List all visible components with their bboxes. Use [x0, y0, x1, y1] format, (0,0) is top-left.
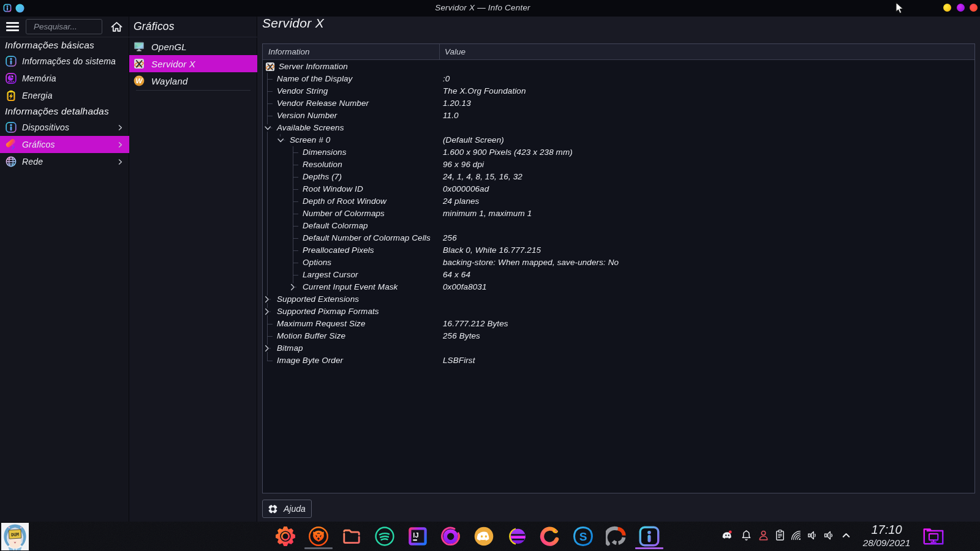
- help-button[interactable]: Ajuda: [262, 500, 312, 518]
- xorg-icon: [265, 62, 275, 72]
- taskbar-app-spotify[interactable]: [374, 526, 395, 547]
- tree-row-label: Current Input Event Mask: [303, 281, 398, 293]
- taskbar-app-ozone[interactable]: [606, 526, 627, 547]
- column-header-information[interactable]: Information: [263, 44, 440, 59]
- sidebar-item-mem-ria[interactable]: Memória: [0, 70, 129, 87]
- category-item-servidor-x[interactable]: Servidor X: [129, 55, 257, 72]
- tray-notifications[interactable]: [739, 528, 753, 545]
- sidebar-item-gr-ficos[interactable]: Gráficos: [0, 136, 129, 153]
- tray-clipboard[interactable]: [773, 528, 787, 545]
- tree-row[interactable]: Default Colormap: [263, 220, 974, 232]
- tree-row-label: Depths (7): [303, 171, 342, 183]
- taskbar-app-intellij[interactable]: IJ: [407, 526, 428, 547]
- tray-volume[interactable]: [822, 528, 836, 545]
- tree-row[interactable]: Name of the Display:0: [263, 73, 974, 85]
- tree-row[interactable]: Default Number of Colormap Cells256: [263, 232, 974, 244]
- tree-row[interactable]: Dimensions1.600 x 900 Pixels (423 x 238 …: [263, 146, 974, 159]
- tree-row[interactable]: Supported Extensions: [263, 293, 974, 305]
- tree-row-value: 24 planes: [443, 195, 479, 208]
- tree-row[interactable]: Vendor Release Number1.20.13: [263, 97, 974, 110]
- tree-row[interactable]: Bitmap: [263, 342, 974, 354]
- tree-row[interactable]: Number of Colormapsminimum 1, maximum 1: [263, 208, 974, 220]
- wifi-icon: [789, 528, 803, 542]
- tree-row-label: Root Window ID: [303, 183, 363, 195]
- chevron-collapsed-icon[interactable]: [290, 283, 299, 291]
- memory-icon: [5, 72, 17, 84]
- tree-row[interactable]: Depths (7)24, 1, 4, 8, 15, 16, 32: [263, 171, 974, 183]
- tray-discord-tray[interactable]: [720, 528, 734, 545]
- tree-guide: [267, 159, 268, 171]
- tree-row[interactable]: Current Input Event Mask0x00fa8031: [263, 281, 974, 293]
- tree-guide: [267, 244, 268, 257]
- tree-row[interactable]: Maximum Request Size16.777.212 Bytes: [263, 318, 974, 330]
- hamburger-menu-icon[interactable]: [6, 22, 19, 31]
- page-title: Servidor X: [262, 16, 324, 31]
- sidebar-section-header: Informações básicas: [0, 38, 129, 53]
- search-input[interactable]: [26, 19, 102, 34]
- sidebar-item-label: Energia: [22, 91, 53, 100]
- clock-widget[interactable]: 17:10 28/09/2021: [854, 522, 919, 549]
- sidebar-item-dispositivos[interactable]: Dispositivos: [0, 119, 129, 136]
- maximize-button[interactable]: [957, 4, 965, 12]
- sidebar-item-label: Informações do sistema: [22, 56, 116, 66]
- taskbar-app-infocenter[interactable]: [639, 526, 660, 547]
- tree-row-label: Vendor Release Number: [277, 97, 369, 110]
- tree-row[interactable]: Depth of Root Window24 planes: [263, 195, 974, 208]
- tree-row[interactable]: Largest Cursor64 x 64: [263, 269, 974, 281]
- gecko-icon: [540, 526, 560, 547]
- taskbar-app-kotlin[interactable]: [540, 526, 560, 547]
- tray-user-status[interactable]: [756, 528, 771, 545]
- tree-row[interactable]: Resolution96 x 96 dpi: [263, 159, 974, 171]
- category-item-opengl[interactable]: OpenGL: [129, 38, 257, 55]
- taskbar-app-skype[interactable]: S: [573, 526, 594, 547]
- opengl-icon: [134, 41, 145, 52]
- sidebar-item-rede[interactable]: Rede: [0, 153, 129, 170]
- tree-row-value: 0x000006ad: [443, 183, 489, 195]
- tree-row[interactable]: Server Information: [263, 61, 974, 73]
- taskbar-app-discord[interactable]: [473, 526, 494, 547]
- tree-row[interactable]: Vendor StringThe X.Org Foundation: [263, 85, 974, 97]
- desktop-folder-button[interactable]: [922, 525, 945, 550]
- table-rows: Server InformationName of the Display:0V…: [263, 61, 974, 493]
- tree-guide: [267, 269, 268, 281]
- chevron-expanded-icon[interactable]: [264, 124, 273, 132]
- taskbar-app-brave[interactable]: [308, 526, 329, 547]
- tree-row[interactable]: Version Number11.0: [263, 110, 974, 122]
- close-button[interactable]: [970, 4, 978, 12]
- taskbar-app-elisa[interactable]: [507, 526, 527, 547]
- app-launcher-avatar[interactable]: DUM: [1, 523, 29, 550]
- taskbar-app-files[interactable]: [341, 526, 362, 547]
- chevron-expanded-icon[interactable]: [277, 136, 286, 144]
- chevron-collapsed-icon[interactable]: [264, 295, 273, 304]
- info-center-window: Informações básicasInformações do sistem…: [0, 17, 980, 522]
- tree-row[interactable]: Optionsbacking-store: When mapped, save-…: [263, 257, 974, 269]
- chevron-collapsed-icon[interactable]: [264, 307, 273, 316]
- sidebar-item-energia[interactable]: Energia: [0, 87, 129, 104]
- tree-row[interactable]: Screen # 0(Default Screen): [263, 134, 974, 146]
- tree-row[interactable]: Supported Pixmap Formats: [263, 305, 974, 318]
- taskbar-app-settings[interactable]: [275, 526, 296, 547]
- tree-row[interactable]: Available Screens: [263, 122, 974, 134]
- tree-branch: [293, 238, 298, 239]
- tree-row-label: Largest Cursor: [303, 269, 358, 281]
- tray-volume-small[interactable]: [805, 528, 820, 545]
- home-button[interactable]: [110, 20, 123, 34]
- svg-text:DUM: DUM: [11, 531, 20, 538]
- taskbar-app-ring-app[interactable]: [440, 526, 461, 547]
- sidebar-item-informa-es-do-sistema[interactable]: Informações do sistema: [0, 53, 129, 70]
- tree-row-label: Default Number of Colormap Cells: [303, 232, 431, 244]
- tree-guide: [267, 208, 268, 220]
- tree-row-label: Image Byte Order: [277, 354, 343, 367]
- tree-row[interactable]: Motion Buffer Size256 Bytes: [263, 330, 974, 342]
- graphics-icon: [5, 138, 17, 151]
- tree-row[interactable]: Root Window ID0x000006ad: [263, 183, 974, 195]
- tree-row-label: Bitmap: [277, 342, 303, 354]
- category-item-wayland[interactable]: Wayland: [129, 72, 257, 89]
- tree-row[interactable]: Preallocated PixelsBlack 0, White 16.777…: [263, 244, 974, 257]
- minimize-button[interactable]: [943, 4, 951, 12]
- tree-row[interactable]: Image Byte OrderLSBFirst: [263, 354, 974, 367]
- tray-network-tray[interactable]: [789, 528, 803, 545]
- column-header-value[interactable]: Value: [440, 44, 466, 59]
- chevron-collapsed-icon[interactable]: [264, 344, 273, 353]
- tray-expand-tray[interactable]: [839, 528, 853, 545]
